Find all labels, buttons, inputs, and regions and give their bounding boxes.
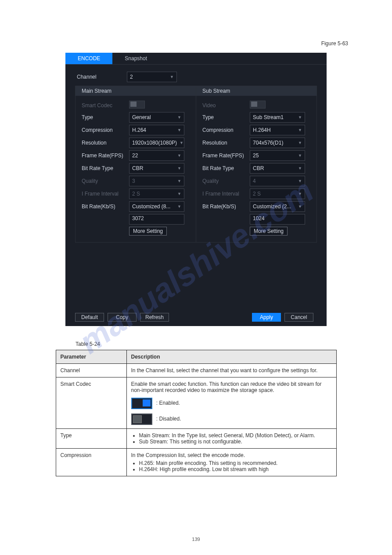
param-cell: Compression xyxy=(56,449,126,476)
param-cell: Type xyxy=(56,429,126,449)
tab-encode[interactable]: ENCODE xyxy=(65,53,112,64)
main-bitrate-label: Bit Rate(Kb/S) xyxy=(82,203,129,210)
sub-iframe-label: I Frame Interval xyxy=(202,191,250,197)
encode-settings-window: ENCODE Snapshot Channel 2 ▼ Main Stream … xyxy=(65,53,327,326)
chevron-down-icon: ▼ xyxy=(170,75,174,79)
chevron-down-icon: ▼ xyxy=(298,141,302,145)
sub-bitrate-input[interactable]: 1024 xyxy=(250,214,305,225)
main-compression-label: Compression xyxy=(82,127,129,133)
apply-button[interactable]: Apply xyxy=(252,313,281,322)
sub-compression-label: Compression xyxy=(202,127,250,133)
sub-quality-label: Quality xyxy=(202,178,250,184)
table-row: Channel In the Channel list, select the … xyxy=(56,364,336,377)
table-header-parameter: Parameter xyxy=(56,350,126,364)
sub-type-label: Type xyxy=(202,114,250,120)
sub-framerate-select[interactable]: 25▼ xyxy=(250,150,305,161)
desc-cell: Enable the smart codec function. This fu… xyxy=(126,377,336,429)
table-caption: Table 5-24 xyxy=(76,341,370,347)
sub-bitrate-label: Bit Rate(Kb/S) xyxy=(202,203,250,210)
channel-value: 2 xyxy=(130,74,133,80)
main-more-setting-button[interactable]: More Setting xyxy=(129,227,167,236)
type-bullet-1: Main Stream: In the Type list, select Ge… xyxy=(139,432,332,439)
main-stream-panel: Main Stream Smart Codec Type General▼ Co… xyxy=(76,86,196,242)
main-type-select[interactable]: General▼ xyxy=(129,112,184,123)
chevron-down-icon: ▼ xyxy=(177,192,181,196)
main-compression-select[interactable]: H.264▼ xyxy=(129,125,184,135)
compression-bullet-1: H.265: Main profile encoding. This setti… xyxy=(139,460,332,466)
copy-button[interactable]: Copy xyxy=(108,313,137,322)
channel-label: Channel xyxy=(77,74,127,80)
main-type-label: Type xyxy=(82,114,129,120)
cancel-button[interactable]: Cancel xyxy=(284,313,313,322)
chevron-down-icon: ▼ xyxy=(177,153,181,158)
chevron-down-icon: ▼ xyxy=(298,128,302,132)
channel-select[interactable]: 2 ▼ xyxy=(127,72,177,82)
parameters-table: Parameter Description Channel In the Cha… xyxy=(56,350,337,476)
compression-bullet-2: H.264H: High profile encoding. Low bit s… xyxy=(139,466,332,472)
smart-codec-toggle[interactable] xyxy=(129,101,145,109)
table-header-description: Description xyxy=(126,350,336,364)
main-resolution-label: Resolution xyxy=(82,140,129,146)
main-iframe-select: 2 S▼ xyxy=(129,189,184,199)
video-label: Video xyxy=(202,102,250,109)
chevron-down-icon: ▼ xyxy=(177,179,181,183)
main-bitratetype-select[interactable]: CBR▼ xyxy=(129,163,184,174)
chevron-down-icon: ▼ xyxy=(180,141,183,145)
chevron-down-icon: ▼ xyxy=(177,115,181,120)
chevron-down-icon: ▼ xyxy=(177,204,181,209)
chevron-down-icon: ▼ xyxy=(177,128,181,132)
sub-more-setting-button[interactable]: More Setting xyxy=(250,227,288,236)
sub-quality-select: 4▼ xyxy=(250,176,305,186)
sub-framerate-label: Frame Rate(FPS) xyxy=(202,152,250,159)
main-bitratetype-label: Bit Rate Type xyxy=(82,165,129,171)
sub-bitratetype-select[interactable]: CBR▼ xyxy=(250,163,305,174)
main-bitrate-input[interactable]: 3072 xyxy=(129,214,184,225)
tab-bar: ENCODE Snapshot xyxy=(65,53,327,65)
chevron-down-icon: ▼ xyxy=(298,192,302,196)
type-bullet-2: Sub Stream: This setting is not configur… xyxy=(139,439,332,445)
compression-desc: In the Compression list, select the enco… xyxy=(131,452,332,458)
main-resolution-select[interactable]: 1920x1080(1080P)▼ xyxy=(129,138,184,148)
sub-stream-title: Sub Stream xyxy=(196,86,316,96)
chevron-down-icon: ▼ xyxy=(298,115,302,120)
param-cell: Channel xyxy=(56,364,126,377)
sub-compression-select[interactable]: H.264H▼ xyxy=(250,125,305,135)
chevron-down-icon: ▼ xyxy=(298,153,302,158)
sub-iframe-select: 2 S▼ xyxy=(250,189,305,199)
desc-cell: In the Channel list, select the channel … xyxy=(126,364,336,377)
sub-resolution-label: Resolution xyxy=(202,140,250,146)
toggle-off-icon xyxy=(131,414,152,425)
main-quality-label: Quality xyxy=(82,178,129,184)
smart-codec-label: Smart Codec xyxy=(82,102,129,109)
chevron-down-icon: ▼ xyxy=(298,204,302,209)
chevron-down-icon: ▼ xyxy=(177,166,181,170)
page-number: 139 xyxy=(0,537,392,542)
desc-cell: In the Compression list, select the enco… xyxy=(126,449,336,476)
tab-snapshot[interactable]: Snapshot xyxy=(112,53,159,64)
sub-type-select[interactable]: Sub Stream1▼ xyxy=(250,112,305,123)
chevron-down-icon: ▼ xyxy=(298,166,302,170)
sub-resolution-select[interactable]: 704x576(D1)▼ xyxy=(250,138,305,148)
main-stream-title: Main Stream xyxy=(76,86,196,96)
sub-stream-panel: Sub Stream Video Type Sub Stream1▼ Compr… xyxy=(196,86,316,242)
sub-bitratetype-label: Bit Rate Type xyxy=(202,165,250,171)
table-row: Smart Codec Enable the smart codec funct… xyxy=(56,377,336,429)
table-row: Type Main Stream: In the Type list, sele… xyxy=(56,429,336,449)
main-iframe-label: I Frame Interval xyxy=(82,191,129,197)
main-bitrate-select[interactable]: Customized (8...▼ xyxy=(129,201,184,212)
main-quality-select: 3▼ xyxy=(129,176,184,186)
desc-cell: Main Stream: In the Type list, select Ge… xyxy=(126,429,336,449)
video-toggle[interactable] xyxy=(250,101,266,109)
table-row: Compression In the Compression list, sel… xyxy=(56,449,336,476)
figure-caption: Figure 5-63 xyxy=(321,40,348,47)
disabled-text: : Disabled. xyxy=(156,416,181,422)
main-framerate-label: Frame Rate(FPS) xyxy=(82,152,129,159)
refresh-button[interactable]: Refresh xyxy=(140,313,169,322)
param-cell: Smart Codec xyxy=(56,377,126,429)
enabled-text: : Enabled. xyxy=(156,400,180,406)
sub-bitrate-select[interactable]: Customized (2...▼ xyxy=(250,201,305,212)
toggle-on-icon xyxy=(131,398,152,409)
smart-codec-desc: Enable the smart codec function. This fu… xyxy=(131,381,332,393)
default-button[interactable]: Default xyxy=(75,313,104,322)
main-framerate-select[interactable]: 22▼ xyxy=(129,150,184,161)
